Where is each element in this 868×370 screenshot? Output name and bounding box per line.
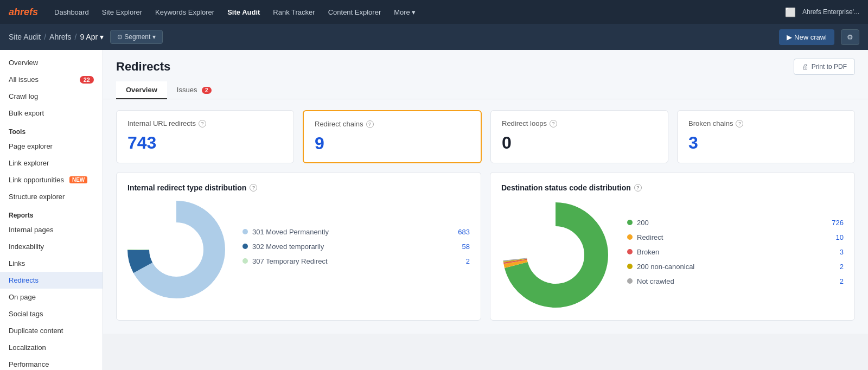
new-badge: NEW xyxy=(69,176,87,183)
help-icon-broken-chains[interactable]: ? xyxy=(736,120,743,127)
sidebar-item-duplicate-content[interactable]: Duplicate content xyxy=(0,322,103,339)
label-302: 302 Moved temporarily xyxy=(252,243,458,251)
dot-302 xyxy=(242,244,248,249)
sidebar-item-links[interactable]: Links xyxy=(0,255,103,272)
breadcrumb: Site Audit / Ahrefs / 9 Apr ▾ xyxy=(9,33,104,41)
sidebar-item-indexability[interactable]: Indexability xyxy=(0,238,103,255)
sidebar-item-link-explorer[interactable]: Link explorer xyxy=(0,155,103,171)
help-icon-redirect-loops[interactable]: ? xyxy=(550,120,557,127)
sidebar: Overview All issues 22 Crawl log Bulk ex… xyxy=(0,50,103,370)
breadcrumb-site-audit[interactable]: Site Audit xyxy=(9,33,41,41)
sidebar-item-redirects[interactable]: Redirects xyxy=(0,272,103,289)
stat-card-redirect-loops: Redirect loops ? 0 xyxy=(490,110,668,163)
chart-destination: Destination status code distribution ? xyxy=(490,172,855,321)
nav-dashboard[interactable]: Dashboard xyxy=(49,6,94,18)
legend-item-not-crawled: Not crawled 2 xyxy=(627,277,844,285)
tab-issues[interactable]: Issues 2 xyxy=(167,81,221,99)
legend-item-307: 307 Temporary Redirect 2 xyxy=(242,257,470,265)
sidebar-item-overview[interactable]: Overview xyxy=(0,54,103,71)
value-302[interactable]: 58 xyxy=(462,243,470,251)
label-not-crawled: Not crawled xyxy=(637,277,835,285)
value-broken[interactable]: 3 xyxy=(840,248,844,256)
nav-content-explorer[interactable]: Content Explorer xyxy=(323,6,387,18)
page-header: Redirects 🖨 Print to PDF xyxy=(103,50,868,75)
value-307[interactable]: 2 xyxy=(466,257,470,265)
donut-redirect xyxy=(127,201,225,298)
sidebar-item-link-opportunities[interactable]: Link opportunities NEW xyxy=(0,171,103,188)
stat-value-redirect-chains[interactable]: 9 xyxy=(315,133,470,154)
chart-destination-title: Destination status code distribution ? xyxy=(501,183,844,192)
sidebar-item-crawl-log[interactable]: Crawl log xyxy=(0,88,103,105)
label-broken: Broken xyxy=(637,248,835,256)
nav-site-explorer[interactable]: Site Explorer xyxy=(97,6,148,18)
sidebar-item-performance[interactable]: Performance xyxy=(0,356,103,370)
dot-200nc xyxy=(627,264,633,269)
sidebar-item-bulk-export[interactable]: Bulk export xyxy=(0,105,103,122)
legend-item-200: 200 726 xyxy=(627,219,844,227)
chart-redirect-type: Internal redirect type distribution ? xyxy=(116,172,481,321)
value-redirect[interactable]: 10 xyxy=(836,233,844,241)
app-body: Overview All issues 22 Crawl log Bulk ex… xyxy=(0,50,868,370)
all-issues-badge: 22 xyxy=(80,76,94,84)
svg-point-9 xyxy=(535,234,576,276)
sidebar-item-localization[interactable]: Localization xyxy=(0,339,103,356)
stat-card-broken-chains: Broken chains ? 3 xyxy=(677,110,855,163)
stat-value-internal-url[interactable]: 743 xyxy=(127,133,283,153)
value-301[interactable]: 683 xyxy=(458,228,470,236)
help-icon-destination-dist[interactable]: ? xyxy=(634,184,642,192)
help-icon-redirect-dist[interactable]: ? xyxy=(250,184,257,192)
nav-keywords-explorer[interactable]: Keywords Explorer xyxy=(150,6,220,18)
subheader: Site Audit / Ahrefs / 9 Apr ▾ ⊙ Segment … xyxy=(0,24,868,50)
tools-section-title: Tools xyxy=(0,122,103,138)
legend-item-broken: Broken 3 xyxy=(627,248,844,256)
value-200nc[interactable]: 2 xyxy=(840,263,844,271)
segment-button[interactable]: ⊙ Segment ▾ xyxy=(110,30,163,44)
value-200[interactable]: 726 xyxy=(832,219,844,227)
sidebar-item-internal-pages[interactable]: Internal pages xyxy=(0,221,103,238)
help-icon-redirect-chains[interactable]: ? xyxy=(366,120,374,128)
page-title: Redirects xyxy=(116,60,170,74)
stat-value-broken-chains[interactable]: 3 xyxy=(688,133,844,153)
nav-more[interactable]: More ▾ xyxy=(388,6,421,18)
legend-item-302: 302 Moved temporarily 58 xyxy=(242,243,470,251)
chart-destination-inner: 200 726 Redirect 10 Broken 3 xyxy=(501,201,844,309)
nav-rank-tracker[interactable]: Rank Tracker xyxy=(267,6,320,18)
breadcrumb-project[interactable]: Ahrefs xyxy=(49,33,71,41)
label-redirect: Redirect xyxy=(637,233,832,241)
breadcrumb-sep1: / xyxy=(44,33,46,41)
sidebar-item-page-explorer[interactable]: Page explorer xyxy=(0,138,103,155)
sidebar-item-on-page[interactable]: On page xyxy=(0,289,103,305)
chart-redirect-inner: 301 Moved Permanently 683 302 Moved temp… xyxy=(127,201,470,298)
stat-value-redirect-loops[interactable]: 0 xyxy=(502,133,657,153)
tabs-bar: Overview Issues 2 xyxy=(103,75,868,99)
dot-301 xyxy=(242,229,248,234)
new-crawl-button[interactable]: ▶ New crawl xyxy=(779,29,834,45)
reports-section-title: Reports xyxy=(0,205,103,221)
settings-button[interactable]: ⚙ xyxy=(841,29,859,45)
print-to-pdf-button[interactable]: 🖨 Print to PDF xyxy=(794,59,855,75)
logo: ahrefs xyxy=(9,7,38,18)
stat-card-internal-url-redirects: Internal URL redirects ? 743 xyxy=(116,110,294,163)
value-not-crawled[interactable]: 2 xyxy=(840,277,844,285)
sidebar-item-social-tags[interactable]: Social tags xyxy=(0,305,103,322)
dot-307 xyxy=(242,258,248,264)
nav-site-audit[interactable]: Site Audit xyxy=(222,6,265,18)
stats-row: Internal URL redirects ? 743 Redirect ch… xyxy=(103,99,868,172)
sidebar-item-all-issues[interactable]: All issues 22 xyxy=(0,71,103,88)
dot-broken xyxy=(627,249,633,254)
sidebar-item-structure-explorer[interactable]: Structure explorer xyxy=(0,188,103,205)
account-label[interactable]: Ahrefs Enterprise'... xyxy=(802,8,859,16)
svg-point-3 xyxy=(158,231,195,268)
legend-item-200nc: 200 non-canonical 2 xyxy=(627,263,844,271)
label-307: 307 Temporary Redirect xyxy=(252,257,462,265)
breadcrumb-date[interactable]: 9 Apr ▾ xyxy=(80,33,104,41)
stat-label-broken-chains: Broken chains ? xyxy=(688,119,844,127)
main-content: Redirects 🖨 Print to PDF Overview Issues… xyxy=(103,50,868,370)
legend-item-301: 301 Moved Permanently 683 xyxy=(242,228,470,236)
dot-not-crawled xyxy=(627,278,633,284)
stat-label-internal-url: Internal URL redirects ? xyxy=(127,119,283,127)
label-200: 200 xyxy=(637,219,827,227)
tab-overview[interactable]: Overview xyxy=(116,81,167,99)
stat-label-redirect-loops: Redirect loops ? xyxy=(502,119,657,127)
help-icon-internal-url[interactable]: ? xyxy=(199,120,206,127)
